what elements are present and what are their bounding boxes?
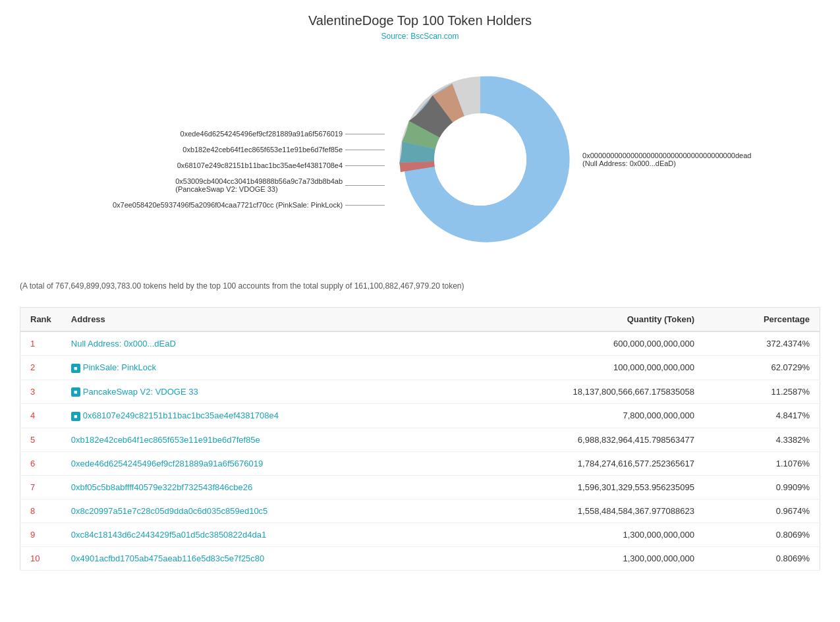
doc-icon: ■ <box>71 412 80 421</box>
donut-chart <box>388 67 573 252</box>
rank-cell: 7 <box>20 475 61 499</box>
chart-label-3: 0x68107e249c82151b11bac1bc35ae4ef4381708… <box>177 161 385 169</box>
rank-cell: 3 <box>20 380 61 404</box>
address-cell[interactable]: ■0x68107e249c82151b11bac1bc35ae4ef438170… <box>61 404 458 428</box>
col-percentage: Percentage <box>704 308 820 332</box>
table-row: 60xede46d6254245496ef9cf281889a91a6f5676… <box>20 451 820 475</box>
percentage-cell: 1.1076% <box>704 451 820 475</box>
rank-cell: 6 <box>20 451 61 475</box>
page-subtitle: Source: BscScan.com <box>20 32 820 41</box>
address-cell[interactable]: 0xb182e42ceb64f1ec865f653e11e91be6d7fef8… <box>61 428 458 451</box>
address-link[interactable]: 0x8c20997a51e7c28c05d9dda0c6d035c859ed10… <box>71 506 268 516</box>
address-link[interactable]: 0x68107e249c82151b11bac1bc35ae4ef4381708… <box>83 410 279 420</box>
chart-label-right: 0x000000000000000000000000000000000000de… <box>582 152 727 167</box>
chart-label-4: 0x53009cb4004cc3041b49888b56a9c7a73db8b4… <box>175 177 385 193</box>
address-cell[interactable]: 0xbf05c5b8abffff40579e322bf732543f846cbe… <box>61 475 458 499</box>
rank-cell: 4 <box>20 404 61 428</box>
table-row: 50xb182e42ceb64f1ec865f653e11e91be6d7fef… <box>20 428 820 451</box>
percentage-cell: 0.9909% <box>704 475 820 499</box>
address-link[interactable]: Null Address: 0x000...dEaD <box>71 339 176 349</box>
col-quantity: Quantity (Token) <box>458 308 704 332</box>
col-address: Address <box>61 308 458 332</box>
quantity-cell: 1,300,000,000,000 <box>458 523 704 546</box>
quantity-cell: 600,000,000,000,000 <box>458 331 704 356</box>
quantity-cell: 18,137,800,566,667.175835058 <box>458 380 704 404</box>
percentage-cell: 0.9674% <box>704 499 820 523</box>
address-link[interactable]: 0xbf05c5b8abffff40579e322bf732543f846cbe… <box>71 482 252 492</box>
doc-icon: ■ <box>71 387 80 397</box>
quantity-cell: 1,784,274,616,577.252365617 <box>458 451 704 475</box>
holders-table: Rank Address Quantity (Token) Percentage… <box>20 307 820 571</box>
table-row: 90xc84c18143d6c2443429f5a01d5dc3850822d4… <box>20 523 820 546</box>
svg-point-1 <box>434 113 526 206</box>
quantity-cell: 1,300,000,000,000 <box>458 546 704 570</box>
doc-icon: ■ <box>71 364 80 373</box>
chart-section: 0xede46d6254245496ef9cf281889a91a6f56760… <box>20 54 820 265</box>
summary-text: (A total of 767,649,899,093,783.00 token… <box>20 278 820 294</box>
address-link[interactable]: PancakeSwap V2: VDOGE 33 <box>83 387 198 397</box>
rank-cell: 8 <box>20 499 61 523</box>
percentage-cell: 0.8069% <box>704 523 820 546</box>
table-row: 4■0x68107e249c82151b11bac1bc35ae4ef43817… <box>20 404 820 428</box>
address-link[interactable]: 0x4901acfbd1705ab475aeab116e5d83c5e7f25c… <box>71 553 265 563</box>
address-link[interactable]: 0xb182e42ceb64f1ec865f653e11e91be6d7fef8… <box>71 435 260 445</box>
rank-cell: 10 <box>20 546 61 570</box>
chart-label-5: 0x7ee058420e5937496f5a2096f04caa7721cf70… <box>113 201 385 209</box>
col-rank: Rank <box>20 308 61 332</box>
quantity-cell: 7,800,000,000,000 <box>458 404 704 428</box>
chart-label-1: 0xede46d6254245496ef9cf281889a91a6f56760… <box>181 130 385 138</box>
table-row: 3■PancakeSwap V2: VDOGE 3318,137,800,566… <box>20 380 820 404</box>
page-title: ValentineDoge Top 100 Token Holders <box>20 13 820 28</box>
rank-cell: 5 <box>20 428 61 451</box>
percentage-cell: 4.3382% <box>704 428 820 451</box>
address-link[interactable]: 0xc84c18143d6c2443429f5a01d5dc3850822d4d… <box>71 530 266 540</box>
quantity-cell: 100,000,000,000,000 <box>458 356 704 380</box>
quantity-cell: 1,558,484,584,367.977088623 <box>458 499 704 523</box>
quantity-cell: 1,596,301,329,553.956235095 <box>458 475 704 499</box>
table-row: 100x4901acfbd1705ab475aeab116e5d83c5e7f2… <box>20 546 820 570</box>
address-cell[interactable]: 0xede46d6254245496ef9cf281889a91a6f56760… <box>61 451 458 475</box>
percentage-cell: 4.8417% <box>704 404 820 428</box>
address-cell[interactable]: 0xc84c18143d6c2443429f5a01d5dc3850822d4d… <box>61 523 458 546</box>
rank-cell: 1 <box>20 331 61 356</box>
chart-label-2: 0xb182e42ceb64f1ec865f653e11e91be6d7fef8… <box>182 146 385 154</box>
percentage-cell: 11.2587% <box>704 380 820 404</box>
rank-cell: 2 <box>20 356 61 380</box>
address-cell[interactable]: ■PancakeSwap V2: VDOGE 33 <box>61 380 458 404</box>
table-row: 70xbf05c5b8abffff40579e322bf732543f846cb… <box>20 475 820 499</box>
address-link[interactable]: 0xede46d6254245496ef9cf281889a91a6f56760… <box>71 459 263 468</box>
table-row: 80x8c20997a51e7c28c05d9dda0c6d035c859ed1… <box>20 499 820 523</box>
address-cell[interactable]: ■PinkSale: PinkLock <box>61 356 458 380</box>
percentage-cell: 62.0729% <box>704 356 820 380</box>
percentage-cell: 0.8069% <box>704 546 820 570</box>
rank-cell: 9 <box>20 523 61 546</box>
address-cell[interactable]: 0x8c20997a51e7c28c05d9dda0c6d035c859ed10… <box>61 499 458 523</box>
percentage-cell: 372.4374% <box>704 331 820 356</box>
address-cell[interactable]: Null Address: 0x000...dEaD <box>61 331 458 356</box>
address-cell[interactable]: 0x4901acfbd1705ab475aeab116e5d83c5e7f25c… <box>61 546 458 570</box>
quantity-cell: 6,988,832,964,415.798563477 <box>458 428 704 451</box>
address-link[interactable]: PinkSale: PinkLock <box>83 362 156 372</box>
table-row: 2■PinkSale: PinkLock100,000,000,000,0006… <box>20 356 820 380</box>
table-row: 1Null Address: 0x000...dEaD600,000,000,0… <box>20 331 820 356</box>
